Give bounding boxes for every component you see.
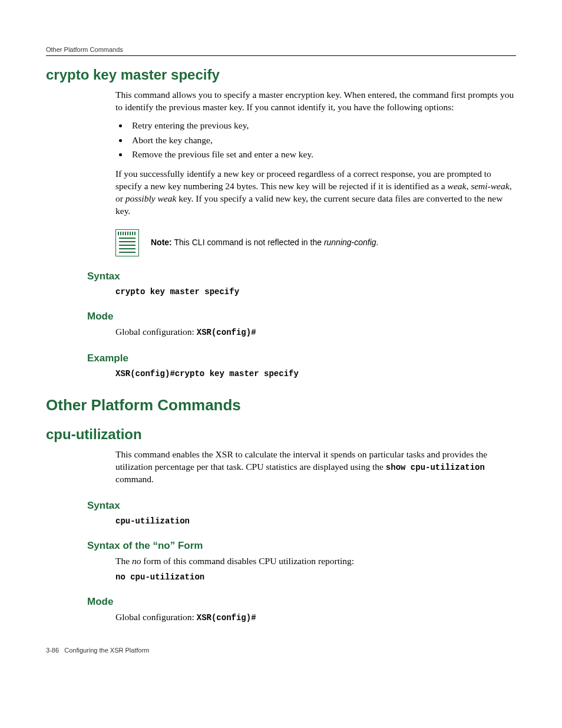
paragraph: This command allows you to specify a mas… (115, 89, 516, 114)
text: command. (115, 474, 154, 484)
bullet-list: Retry entering the previous key, Abort t… (115, 118, 516, 162)
heading-syntax: Syntax (87, 271, 516, 282)
list-item: Retry entering the previous key, (128, 118, 516, 133)
heading-example: Example (87, 353, 516, 364)
note-block: Note: This CLI command is not reflected … (115, 229, 516, 256)
paragraph: Global configuration: XSR(config)# (115, 611, 516, 624)
paragraph: Global configuration: XSR(config)# (115, 326, 516, 338)
mode-block: Global configuration: XSR(config)# (115, 326, 516, 338)
paragraph: The no form of this command disables CPU… (115, 555, 516, 568)
code-text: crypto key master specify (115, 287, 239, 297)
mode-block: Global configuration: XSR(config)# (115, 611, 516, 624)
heading-other-platform-commands: Other Platform Commands (46, 396, 516, 414)
code-text: no cpu-utilization (115, 572, 204, 582)
emphasis: no (132, 556, 141, 566)
page: Other Platform Commands crypto key maste… (0, 0, 562, 677)
list-item: Remove the previous file set and enter a… (128, 147, 516, 162)
code-block: crypto key master specify (115, 286, 516, 297)
no-form-block: The no form of this command disables CPU… (115, 555, 516, 582)
emphasis: semi-weak (471, 181, 509, 191)
code-text: show cpu-utilization (386, 463, 485, 472)
note-label: Note: (151, 238, 172, 247)
heading-mode: Mode (87, 311, 516, 322)
heading-syntax-no-form: Syntax of the “no” Form (87, 540, 516, 552)
page-number: 3-86 (46, 647, 59, 654)
note-icon (115, 229, 139, 256)
page-footer: 3-86 Configuring the XSR Platform (46, 647, 516, 654)
paragraph: If you successfully identify a new key o… (115, 168, 516, 218)
code-text: XSR(config)# (197, 613, 256, 622)
text: . (376, 238, 379, 247)
text: Global configuration: (115, 327, 197, 337)
heading-cpu-utilization: cpu-utilization (46, 426, 516, 443)
running-header: Other Platform Commands (46, 46, 516, 56)
list-item: Abort the key change, (128, 133, 516, 148)
code-text: cpu-utilization (115, 516, 190, 526)
heading-mode: Mode (87, 596, 516, 608)
text: form of this command disables CPU utiliz… (141, 556, 354, 566)
code-block: cpu-utilization (115, 515, 516, 526)
paragraph: This command enables the XSR to calculat… (115, 449, 516, 486)
text: If you successfully identify a new key o… (115, 169, 491, 191)
text: The (115, 556, 132, 566)
code-text: XSR(config)# (197, 328, 256, 337)
note-text: Note: This CLI command is not reflected … (151, 229, 379, 247)
section-body: This command enables the XSR to calculat… (115, 449, 516, 486)
emphasis: possibly weak (125, 193, 177, 203)
text: This CLI command is not reflected in the (172, 238, 324, 247)
section-body: This command allows you to specify a mas… (115, 89, 516, 256)
footer-title: Configuring the XSR Platform (64, 647, 149, 654)
code-block: XSR(config)#crypto key master specify (115, 368, 516, 378)
code-text: XSR(config)#crypto key master specify (115, 369, 299, 378)
text: Global configuration: (115, 612, 197, 622)
heading-syntax: Syntax (87, 500, 516, 512)
heading-crypto-key-master-specify: crypto key master specify (46, 67, 516, 83)
emphasis: weak (448, 181, 467, 191)
emphasis: running-config (324, 238, 376, 247)
